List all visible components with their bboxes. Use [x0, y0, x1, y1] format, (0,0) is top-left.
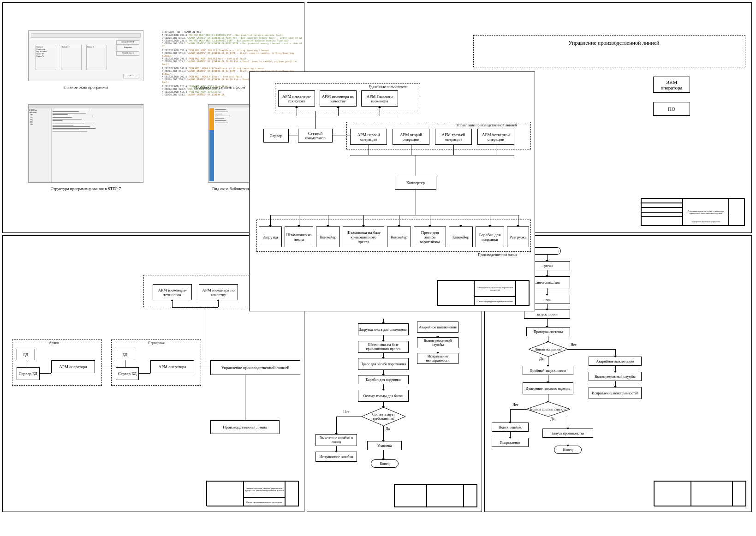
box-eng-qual: АРМ инженера по качеству — [320, 90, 357, 107]
fm-p5: Осмотр кольца для банки — [358, 390, 409, 402]
fr-e1: Аварийное выключение — [589, 357, 642, 366]
fr-d2: Нормы соответствуют? — [526, 402, 570, 417]
box-armop2: АРМ оператора — [150, 360, 194, 373]
box-unload: Разгрузка — [507, 226, 529, 247]
fr-e3: Исправление неисправностей — [589, 387, 642, 399]
fr-p3: Измерение готового изделия — [523, 382, 573, 394]
fm-e3: Исправление неисправности — [417, 353, 458, 364]
box-eng-chief: АРМ Главного инженера — [361, 90, 398, 107]
fm-e1: Аварийное выключение — [417, 322, 458, 333]
fm-p3: Пресс для загиба воротничка — [358, 358, 409, 370]
box-srvdb2: Сервер БД — [116, 367, 139, 380]
box-switch: Сетевой коммутатор — [298, 129, 333, 143]
fm-p6: Выяснение ошибки в линии — [315, 434, 357, 446]
group-line-ctrl-label: Управление производственной линией — [456, 123, 517, 127]
fm-p1: Загрузка листа для штамповки — [358, 323, 409, 335]
box-po: ПО — [653, 102, 690, 116]
box-eng-qual-bl: АРМ инженера по качеству — [199, 284, 238, 300]
box-prod-line-bl: Производственная линия — [210, 420, 280, 434]
box-srvdb1: Сервер БД — [17, 367, 40, 380]
caption-segment: Изображение сегмента форм — [178, 85, 261, 89]
group-prod-line-label: Производственная линия — [478, 253, 517, 257]
fm-end: Конец — [371, 459, 399, 468]
box-drum: Барабан для подвивки — [476, 226, 504, 247]
sheet-center-diagram: Удаленные пользователи АРМ инженера-техн… — [249, 71, 535, 311]
fr-p6: Запуск производства — [542, 429, 593, 438]
fm-d1: Соответствует требованиям? — [362, 407, 405, 426]
fr-d1: Линия исправна? — [529, 342, 568, 357]
fr-end: Конец — [554, 446, 582, 454]
title-block-bl: Автоматическая система управления процес… — [206, 481, 298, 506]
fm-e2: Вызов ремонтной службы — [417, 337, 458, 348]
box-crank: Штамповка на базе кривошипного пресса — [343, 226, 384, 247]
box-server: Сервер — [263, 129, 289, 143]
box-evm: ЭВМ оператора — [653, 77, 690, 93]
box-conv1: Конвейер — [316, 226, 340, 247]
box-eng-tech: АРМ инженера-технолога — [278, 90, 315, 107]
caption-step7: Структура программирования в STEP-7 — [47, 186, 125, 191]
box-line-ctrl-bl: Управление производственной линией — [210, 360, 300, 375]
box-load: Загрузка — [259, 226, 282, 247]
box-db2: БД — [116, 349, 134, 360]
group-label: Управление производственной линией — [556, 40, 672, 47]
title-block-center: Автоматическая система управления процес… — [437, 280, 529, 305]
box-converter: Конвертер — [395, 176, 436, 190]
fr-e2: Вызов ремонтной службы — [589, 372, 642, 381]
title-block-fm — [394, 484, 477, 507]
box-db1: БД — [17, 349, 35, 360]
box-op2: АРМ второй операции — [393, 129, 429, 145]
fm-p2: Штамповка на базе кривошипного пресса — [358, 341, 409, 353]
thumb-step7: ⊟ S7 Prog ⊟ Blocks OB1 FB1 FB2 FC1 DB1 ▬… — [28, 104, 143, 183]
box-stamp: Штамповка из листа — [285, 226, 313, 247]
thumb-main-window: Аварийн OFF Setpoint Disable track Stati… — [28, 30, 143, 81]
box-eng-tech-bl: АРМ инженера-технолога — [153, 284, 192, 300]
title-block-tr: Автоматическая система управления процес… — [641, 198, 744, 226]
box-op1: АРМ первой операции — [350, 129, 387, 145]
title-block-fr — [654, 481, 746, 506]
box-conv3: Конвейер — [449, 226, 473, 247]
box-op3: АРМ третьей операции — [435, 129, 472, 145]
fr-p2: Пробный запуск линии — [523, 366, 573, 375]
thumb-library: ▬▬▬▬▬▬▬▬▬▬▬▬▬▬▬▬▬▬▬▬▬▬▬▬▬▬▬▬▬▬▬▬▬▬▬▬▬▬▬▬… — [208, 104, 250, 183]
fm-p8: Упаковка — [367, 441, 402, 450]
box-conv2: Конвейер — [387, 226, 411, 247]
fm-p7: Исправление ошибки — [315, 452, 357, 462]
box-armop1: АРМ оператора — [51, 360, 95, 373]
fr-p5: Исправление — [492, 438, 529, 447]
fr-p1: Проверка системы — [526, 327, 570, 336]
group-remote-label: Удаленные пользователи — [369, 85, 408, 89]
fr-p4: Поиск ошибок — [492, 423, 529, 432]
box-op4: АРМ четвертой операции — [477, 129, 514, 145]
caption-main: Главное окно программы — [54, 85, 118, 89]
fm-p4: Барабан для подвивки — [358, 375, 409, 384]
box-collar: Пресс для загиба воротничка — [414, 226, 446, 247]
